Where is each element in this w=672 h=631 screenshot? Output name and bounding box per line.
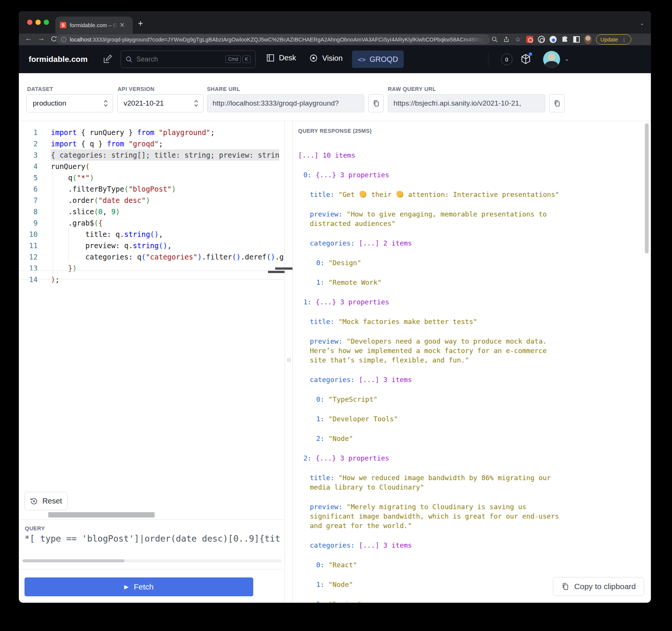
code-line[interactable]: 12 categories: q("categories").filter().… <box>19 251 285 263</box>
code-line[interactable]: 2import { q } from "groqd"; <box>19 138 285 149</box>
code-line[interactable]: 11 preview: q.string(), <box>19 240 285 251</box>
response-header: QUERY RESPONSE (25MS) <box>298 128 372 134</box>
tab-search-chevron-icon[interactable]: ⌄ <box>640 20 644 26</box>
line-number: 10 <box>19 229 38 240</box>
copy-icon <box>372 100 380 107</box>
section-divider <box>19 569 285 570</box>
search-input[interactable] <box>136 55 224 63</box>
tab-close-icon[interactable]: ✕ <box>119 21 125 29</box>
bookmark-star-icon[interactable]: ☆ <box>514 36 522 43</box>
code-line[interactable]: 5 q("*") <box>19 172 285 183</box>
code-line[interactable]: 10 title: q.string(), <box>19 229 285 240</box>
browser-tab[interactable]: S formidable.com – Groqd Playgr ✕ <box>55 17 133 34</box>
extension-rings-icon[interactable] <box>537 36 545 43</box>
response-array-item: 1: "Node" <box>298 580 562 589</box>
tree-toggle[interactable]: [...] 10 items <box>298 151 355 159</box>
line-number: 6 <box>19 183 38 195</box>
zoom-page-icon[interactable] <box>491 36 498 43</box>
minimize-window-button[interactable] <box>35 20 41 25</box>
copy-to-clipboard-button[interactable]: Copy to clipboard <box>553 577 644 596</box>
api-version-select[interactable]: v2021-10-21 <box>117 94 204 112</box>
response-array-item: 0: "Design" <box>298 258 562 267</box>
section-divider <box>19 519 285 520</box>
extension-red-icon[interactable] <box>526 36 533 43</box>
response-field: categories: [...] 2 items <box>298 238 562 248</box>
code-line[interactable]: 6 .filterByType("blogPost") <box>19 183 285 195</box>
raw-query-url-input[interactable]: https://bsjecfri.api.sanity.io/v2021-10-… <box>388 94 545 112</box>
response-array-item: 1: "Remote Work" <box>298 278 562 287</box>
tree-toggle[interactable]: [...] 3 items <box>359 541 412 549</box>
tree-toggle[interactable]: 0: <box>303 171 312 179</box>
code-editor[interactable]: 1import { runQuery } from "playground";2… <box>19 121 285 279</box>
tree-toggle[interactable]: [...] 2 items <box>359 239 412 247</box>
tree-toggle[interactable]: {...} 3 properties <box>316 298 389 306</box>
tab-desk[interactable]: Desk <box>266 54 296 62</box>
zoom-window-button[interactable] <box>44 20 49 25</box>
pane-hscrollbar-thumb[interactable] <box>48 512 155 517</box>
pane-resizer[interactable] <box>285 121 293 602</box>
puzzle-extensions-icon[interactable] <box>561 36 568 43</box>
tab-groqd[interactable]: <> GROQD <box>352 51 404 68</box>
share-url-input[interactable]: http://localhost:3333/groqd-playground? <box>207 94 364 112</box>
page-info-icon[interactable]: i <box>61 37 66 42</box>
code-line[interactable]: 3{ categories: string[]; title: string; … <box>19 149 285 161</box>
code-line[interactable]: 7 .order("date desc") <box>19 195 285 206</box>
desk-icon <box>266 54 275 62</box>
share-icon[interactable] <box>502 36 510 43</box>
line-number: 5 <box>19 172 38 183</box>
editor-hscrollbar-thumb[interactable] <box>268 271 285 273</box>
clap-emoji <box>396 191 403 198</box>
extension-blue-icon[interactable] <box>549 36 557 43</box>
notifications-badge[interactable]: 0 <box>501 54 513 65</box>
user-menu-chevron-icon[interactable]: ⌄ <box>565 56 569 62</box>
code-line[interactable]: 4runQuery( <box>19 161 285 172</box>
code-line[interactable]: 14); <box>19 274 285 285</box>
editor-hscrollbar-track[interactable] <box>19 270 285 273</box>
select-chevrons-icon <box>103 99 108 108</box>
response-field: title: "Mock factories make better tests… <box>298 317 562 326</box>
back-button[interactable]: ← <box>25 34 32 43</box>
tree-toggle[interactable]: {...} 3 properties <box>316 171 389 179</box>
tree-toggle[interactable]: 1: <box>303 298 312 306</box>
sanity-favicon-icon: S <box>60 22 66 28</box>
menu-kebab-icon[interactable]: ⋮ <box>621 37 627 43</box>
play-icon: ▶ <box>124 583 129 590</box>
code-line[interactable]: 8 .slice(0, 9) <box>19 206 285 217</box>
forward-button[interactable]: → <box>38 34 45 43</box>
reset-button[interactable]: Reset <box>24 492 67 510</box>
user-avatar[interactable] <box>543 51 560 68</box>
copy-raw-query-url-button[interactable] <box>549 94 565 112</box>
response-pane: QUERY RESPONSE (25MS) [...] 10 items0: {… <box>293 121 651 602</box>
query-scrollbar-thumb[interactable] <box>23 559 124 562</box>
address-bar[interactable]: i localhost:3333/groqd-playground?code=J… <box>56 34 490 45</box>
tree-toggle[interactable]: 2: <box>303 454 312 462</box>
code-line[interactable]: 1import { runQuery } from "playground"; <box>19 127 285 138</box>
tab-title: formidable.com – Groqd Playgr <box>70 22 118 28</box>
close-window-button[interactable] <box>27 20 32 25</box>
response-field: title: "How we reduced image bandwidth b… <box>298 473 562 492</box>
line-number: 8 <box>19 206 38 217</box>
chrome-update-button[interactable]: Update⋮ <box>596 34 631 45</box>
clap-emoji <box>360 191 366 198</box>
kbd-k: K <box>242 55 251 63</box>
browser-profile-avatar[interactable] <box>584 36 592 43</box>
resizer-handle[interactable] <box>275 267 292 270</box>
extension-bw-icon[interactable] <box>573 36 580 43</box>
copy-share-url-button[interactable] <box>368 94 384 112</box>
new-tab-button[interactable]: + <box>138 20 143 27</box>
tree-toggle[interactable]: [...] 3 items <box>359 376 412 384</box>
response-array-item: 1: "Developer Tools" <box>298 414 562 424</box>
response-array-item: 0: "TypeScript" <box>298 395 562 404</box>
response-field: preview: "Developers need a good way to … <box>298 336 562 365</box>
tree-toggle[interactable]: {...} 3 properties <box>316 454 389 462</box>
response-vscrollbar-thumb[interactable] <box>645 123 649 253</box>
dataset-select[interactable]: production <box>26 94 113 112</box>
tab-vision[interactable]: Vision <box>309 54 343 63</box>
compose-icon[interactable] <box>103 54 112 64</box>
response-array-item: 2: "Node" <box>298 434 562 443</box>
fetch-button[interactable]: ▶ Fetch <box>24 577 253 596</box>
code-line[interactable]: 9 .grab$({ <box>19 217 285 229</box>
workspace-title[interactable]: formidable.com <box>29 55 87 64</box>
global-search[interactable]: Cmd K <box>121 51 256 68</box>
package-cube-icon[interactable] <box>520 54 531 65</box>
